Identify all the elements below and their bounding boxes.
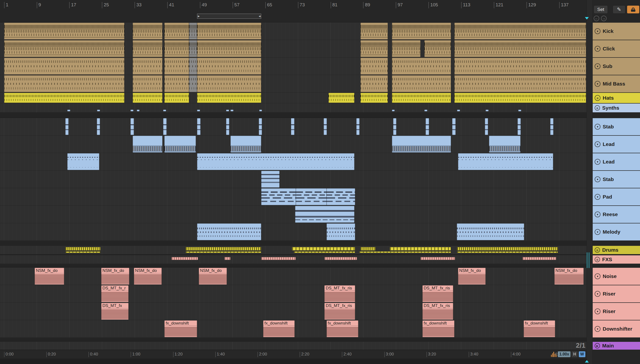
clip-fx_downshift[interactable]: fx_downshift — [164, 320, 197, 337]
clip[interactable] — [392, 93, 451, 103]
loop-brace[interactable] — [197, 14, 261, 19]
clip[interactable] — [171, 257, 198, 260]
clip[interactable] — [4, 75, 125, 92]
clip[interactable] — [65, 118, 69, 135]
clip[interactable] — [189, 75, 197, 92]
clip[interactable] — [230, 136, 261, 152]
clip[interactable] — [361, 23, 388, 40]
lock-button[interactable] — [627, 5, 639, 14]
track-header-downshifter[interactable]: ▼Downshifter — [593, 320, 640, 338]
clip[interactable] — [226, 118, 229, 135]
clip[interactable] — [454, 40, 586, 57]
clip[interactable] — [325, 257, 357, 260]
clip[interactable] — [97, 110, 100, 111]
track-header-fxs[interactable]: ≡FXS — [593, 255, 640, 264]
clip[interactable] — [327, 224, 355, 240]
track-fold-icon[interactable]: ▼ — [595, 63, 600, 69]
clip[interactable] — [454, 23, 586, 40]
clip-NSM_fx_do[interactable]: NSM_fx_do — [554, 268, 584, 284]
clip[interactable] — [359, 252, 451, 253]
track-header-lead[interactable]: ▼Lead — [593, 136, 640, 153]
clip-DS_MT_fx_r[interactable]: DS_MT_fx_r — [101, 285, 129, 302]
clip[interactable] — [133, 40, 162, 57]
clip[interactable] — [197, 118, 200, 135]
clip[interactable] — [457, 224, 524, 240]
clip[interactable] — [224, 257, 230, 260]
beat-ruler[interactable]: 191725334149576573818997105113121129137 — [0, 0, 587, 22]
group-fold-icon[interactable]: ≡ — [595, 95, 600, 101]
clip[interactable] — [457, 247, 558, 250]
track-fold-icon[interactable]: ▼ — [595, 141, 600, 147]
clip[interactable] — [189, 23, 197, 40]
clip[interactable] — [133, 136, 162, 152]
track-header-main[interactable]: ▶Main — [593, 342, 640, 350]
clip[interactable] — [361, 93, 388, 103]
track-fold-icon[interactable]: ▼ — [595, 28, 600, 34]
track-header-click[interactable]: ▼Click — [593, 40, 640, 57]
clip[interactable] — [65, 252, 101, 253]
clip[interactable] — [392, 58, 451, 74]
track-header-pad[interactable]: ▼Pad — [593, 188, 640, 206]
clip[interactable] — [65, 247, 101, 250]
time-ruler[interactable]: 0:000:200:401:001:201:402:002:202:403:00… — [0, 350, 587, 359]
clip[interactable] — [324, 118, 327, 135]
clip[interactable] — [186, 252, 261, 253]
clip[interactable] — [164, 40, 189, 57]
clip[interactable] — [392, 110, 395, 111]
clip-fx_downshift[interactable]: fx_downshift — [524, 320, 555, 337]
nav-left-button[interactable]: ← — [594, 16, 599, 21]
clip-DS_MT_fx_ris[interactable]: DS_MT_fx_ris — [325, 285, 355, 302]
track-fold-icon[interactable]: ▼ — [595, 273, 600, 279]
clip[interactable] — [164, 23, 189, 40]
clip-NSM_fx_do[interactable]: NSM_fx_do — [101, 268, 129, 284]
clip[interactable] — [392, 40, 421, 57]
clip[interactable] — [294, 252, 355, 253]
clip[interactable] — [197, 58, 261, 74]
clip[interactable] — [186, 247, 261, 250]
clip[interactable] — [197, 224, 261, 240]
clip[interactable] — [261, 257, 296, 260]
clip[interactable] — [133, 75, 162, 92]
clip[interactable] — [133, 58, 162, 74]
clip[interactable] — [163, 110, 166, 111]
clip[interactable] — [292, 247, 355, 250]
clip[interactable] — [67, 153, 99, 170]
clip-fx_downshift[interactable]: fx_downshift — [327, 320, 359, 337]
track-header-mid-bass[interactable]: ▼Mid Bass — [593, 75, 640, 92]
optimize-width-button[interactable]: W — [579, 351, 585, 357]
group-fold-icon[interactable]: ≡ — [595, 105, 600, 110]
clip[interactable] — [392, 136, 451, 152]
clip[interactable] — [361, 40, 388, 57]
track-fold-icon[interactable]: ▼ — [595, 308, 600, 314]
clip[interactable] — [454, 58, 586, 74]
clip[interactable] — [189, 40, 197, 57]
clip[interactable] — [393, 118, 396, 135]
track-fold-icon[interactable]: ▼ — [595, 291, 600, 297]
clip[interactable] — [329, 93, 354, 103]
clip[interactable] — [4, 40, 125, 57]
clip[interactable] — [131, 110, 133, 111]
clip-DS_MT_fx_ris[interactable]: DS_MT_fx_ris — [422, 303, 453, 320]
clip-DS_MT_fx_ris[interactable]: DS_MT_fx_ris — [325, 303, 355, 320]
track-fold-icon[interactable]: ▼ — [595, 124, 600, 130]
clip-NSM_fx_do[interactable]: NSM_fx_do — [35, 268, 64, 284]
clip[interactable] — [230, 110, 233, 111]
track-header-stab[interactable]: ▼Stab — [593, 118, 640, 135]
clip[interactable] — [131, 118, 134, 135]
clip[interactable] — [4, 23, 125, 40]
clip[interactable] — [295, 206, 354, 223]
clip[interactable] — [522, 257, 556, 260]
clip[interactable] — [4, 58, 125, 74]
nav-right-button[interactable]: → — [601, 16, 606, 21]
clip[interactable] — [137, 110, 140, 111]
clip[interactable] — [164, 136, 196, 152]
clip[interactable] — [197, 40, 261, 57]
clip[interactable] — [457, 110, 460, 111]
clip[interactable] — [392, 75, 451, 92]
clip[interactable] — [361, 75, 388, 92]
clip-NSM_fx_do[interactable]: NSM_fx_do — [458, 268, 486, 284]
track-header-stab[interactable]: ▼Stab — [593, 171, 640, 188]
track-fold-icon[interactable]: ▼ — [595, 46, 600, 52]
track-fold-icon[interactable]: ▼ — [595, 326, 600, 332]
clip[interactable] — [518, 110, 521, 111]
